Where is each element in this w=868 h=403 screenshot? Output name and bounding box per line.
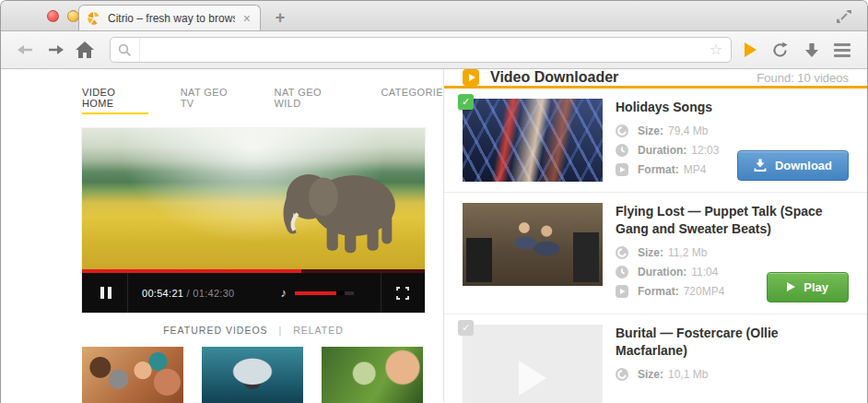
media-play-icon[interactable]	[745, 42, 757, 57]
close-tab-icon[interactable]: ×	[241, 12, 252, 25]
item-meta: Size: 79,4 Mb Duration: 12:03 Format:	[616, 124, 719, 183]
download-item: ✓ Burital — Fostercare (Ollie Macfarlane…	[444, 314, 867, 403]
home-icon	[76, 41, 94, 58]
toolbar-extension-icons	[745, 41, 854, 60]
format-value: MP4	[684, 163, 707, 176]
format-value: 720MP4	[684, 285, 725, 298]
controls-divider	[381, 273, 381, 313]
featured-thumb-kids[interactable]	[82, 347, 183, 403]
size-icon	[616, 124, 628, 137]
forward-button[interactable]	[43, 38, 67, 62]
citrio-logo-icon	[87, 11, 101, 26]
found-count: Found: 10 videos	[757, 71, 849, 85]
download-button[interactable]: Download	[737, 150, 849, 181]
menu-icon[interactable]	[834, 43, 850, 57]
size-label: Size:	[638, 124, 663, 137]
current-time: 00:54:21	[142, 288, 183, 299]
item-thumbnail-placeholder[interactable]: ✓	[463, 325, 603, 403]
featured-thumb-parrot[interactable]	[322, 347, 423, 403]
video-frame-elephant[interactable]	[82, 128, 425, 269]
total-time: / 01:42:30	[187, 288, 235, 299]
video-player[interactable]: 00:54:21 / 01:42:30 ♪	[82, 128, 425, 313]
item-title: Burital — Fostercare (Ollie Macfarlane)	[616, 325, 849, 361]
item-title: Holidays Songs	[616, 99, 849, 117]
volume-knob[interactable]	[336, 291, 345, 295]
duration-value: 11:04	[691, 266, 718, 279]
browser-tab[interactable]: Citrio – fresh way to brows ×	[78, 5, 261, 30]
duration-label: Duration:	[638, 266, 686, 279]
featured-thumb-seal[interactable]	[202, 347, 303, 403]
tab-title: Citrio – fresh way to brows	[108, 12, 235, 25]
play-button[interactable]: Play	[767, 272, 849, 302]
featured-thumbnails	[82, 347, 443, 403]
item-thumbnail-pub[interactable]	[463, 203, 603, 286]
nav-nat-geo-tv[interactable]: NAT GEO TV	[181, 87, 242, 114]
search-icon	[111, 38, 140, 62]
time-display: 00:54:21 / 01:42:30	[142, 288, 235, 299]
format-label: Format:	[638, 285, 679, 298]
duration-icon	[616, 144, 628, 157]
item-thumbnail-bridge[interactable]: ✓	[463, 99, 603, 182]
browser-toolbar: ☆	[1, 31, 867, 69]
play-button-label: Play	[803, 280, 828, 294]
tab-related[interactable]: RELATED	[293, 325, 344, 336]
duration-label: Duration:	[638, 144, 686, 157]
home-button[interactable]	[73, 38, 97, 62]
expand-window-icon[interactable]	[836, 8, 852, 25]
downloader-play-icon	[463, 69, 479, 86]
downloader-header: Video Downloader Found: 10 videos	[444, 69, 867, 89]
page-content: VIDEO HOME NAT GEO TV NAT GEO WILD CATEG…	[1, 69, 867, 402]
address-bar[interactable]: ☆	[110, 37, 732, 63]
download-item: Flying Lost — Puppet Talk (Space Gang an…	[444, 193, 867, 314]
new-tab-button[interactable]: +	[270, 8, 290, 27]
volume-slider[interactable]	[295, 291, 354, 295]
controls-divider	[127, 273, 128, 313]
fullscreen-icon[interactable]	[396, 287, 409, 300]
volume-note-icon[interactable]: ♪	[281, 286, 287, 300]
placeholder-play-icon	[519, 361, 546, 396]
play-button-icon	[787, 282, 795, 291]
size-value: 79,4 Mb	[668, 124, 708, 137]
tab-featured-videos[interactable]: FEATURED VIDEOS	[163, 325, 267, 336]
tabs-separator: |	[279, 325, 283, 336]
forward-arrow-icon	[46, 42, 65, 57]
volume-fill	[295, 291, 336, 295]
item-title: Flying Lost — Puppet Talk (Space Gang an…	[616, 203, 849, 239]
address-input[interactable]	[140, 43, 701, 57]
video-downloader-panel: Video Downloader Found: 10 videos ✓ Holi…	[443, 69, 867, 402]
back-arrow-icon	[17, 42, 35, 57]
size-value: 10,1 Mb	[668, 368, 708, 381]
nav-categorie[interactable]: CATEGORIE	[381, 87, 443, 114]
size-icon	[616, 368, 628, 381]
nav-nat-geo-wild[interactable]: NAT GEO WILD	[275, 87, 349, 114]
browser-window: Citrio – fresh way to brows × +	[0, 0, 868, 403]
size-icon	[616, 246, 628, 259]
item-meta: Size: 10,1 Mb	[616, 368, 708, 403]
downloads-icon[interactable]	[803, 42, 820, 58]
size-value: 11,2 Mb	[668, 246, 707, 259]
elephant-illustration	[241, 149, 421, 262]
duration-value: 12:03	[691, 144, 719, 157]
player-controls: 00:54:21 / 01:42:30 ♪	[82, 273, 425, 313]
sync-icon[interactable]	[770, 41, 790, 60]
download-button-label: Download	[775, 159, 832, 172]
item-checkbox-unchecked[interactable]: ✓	[458, 320, 474, 336]
site-navigation: VIDEO HOME NAT GEO TV NAT GEO WILD CATEG…	[82, 87, 443, 114]
item-meta: Size: 11,2 Mb Duration: 11:04 Format:	[616, 246, 724, 304]
format-icon	[616, 163, 628, 176]
duration-icon	[616, 266, 628, 279]
website-area: VIDEO HOME NAT GEO TV NAT GEO WILD CATEG…	[1, 69, 443, 402]
pause-button[interactable]	[100, 287, 111, 299]
back-button[interactable]	[14, 38, 38, 62]
format-icon	[616, 285, 628, 298]
item-checkbox-checked[interactable]: ✓	[458, 94, 474, 110]
format-label: Format:	[638, 163, 679, 176]
nav-video-home[interactable]: VIDEO HOME	[82, 87, 148, 114]
download-button-icon	[754, 159, 767, 172]
download-item: ✓ Holidays Songs Size: 79,4 Mb	[444, 89, 867, 193]
size-label: Size:	[638, 368, 663, 381]
bookmark-star-icon[interactable]: ☆	[701, 42, 731, 57]
downloader-title: Video Downloader	[490, 69, 618, 86]
size-label: Size:	[638, 246, 663, 259]
close-window-button[interactable]	[47, 10, 59, 22]
